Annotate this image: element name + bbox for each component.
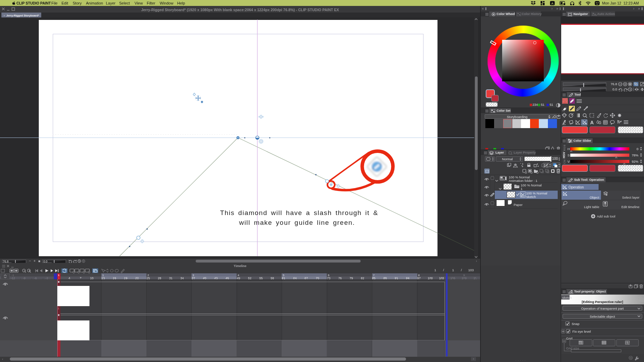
svg-text:A: A [590, 120, 594, 125]
svg-text:A: A [551, 2, 553, 5]
